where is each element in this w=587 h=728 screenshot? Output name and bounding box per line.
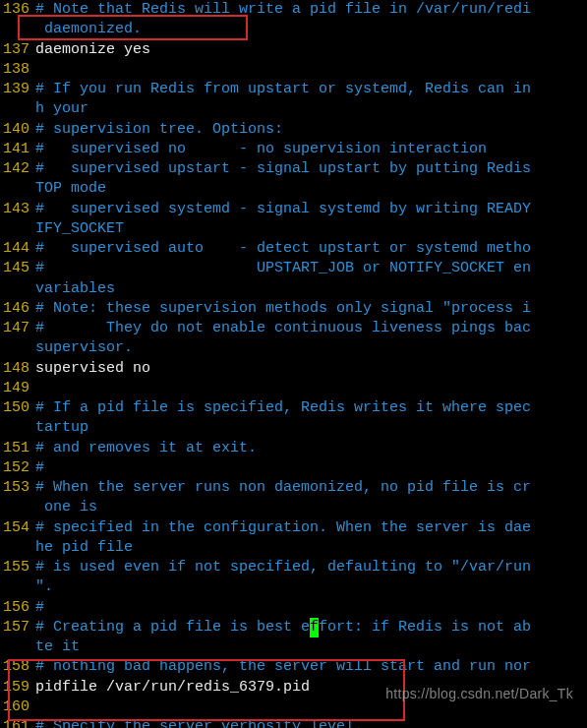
code-line[interactable]: tartup [0,418,587,438]
line-content[interactable]: # [35,458,587,478]
code-line[interactable]: TOP mode [0,179,587,199]
code-line[interactable]: 136# Note that Redis will write a pid fi… [0,0,587,20]
code-line[interactable]: 158# nothing bad happens, the server wil… [0,657,587,677]
code-line[interactable]: te it [0,637,587,657]
line-number [0,99,35,119]
line-number [0,219,35,239]
text-cursor: f [310,618,319,637]
code-line[interactable]: 138 [0,60,587,80]
line-number: 137 [0,40,35,60]
code-line[interactable]: 151# and removes it at exit. [0,439,587,458]
code-line[interactable]: 153# When the server runs non daemonized… [0,478,587,498]
line-content[interactable]: # supervised systemd - signal systemd by… [35,200,587,219]
line-content[interactable]: # is used even if not specified, default… [35,558,587,577]
code-line[interactable]: 146# Note: these supervision methods onl… [0,299,587,319]
code-line[interactable]: he pid file [0,538,587,558]
line-content[interactable]: # nothing bad happens, the server will s… [35,657,587,677]
line-content[interactable]: # If you run Redis from upstart or syste… [35,80,587,99]
line-number: 139 [0,80,35,99]
line-content[interactable]: # supervised auto - detect upstart or sy… [35,239,587,259]
line-number: 136 [0,0,35,20]
line-content[interactable]: h your [35,99,587,119]
line-number: 142 [0,159,35,179]
code-line[interactable]: 142# supervised upstart - signal upstart… [0,159,587,179]
line-number: 150 [0,398,35,418]
line-content[interactable]: # They do not enable continuous liveness… [35,319,587,338]
code-line[interactable]: 147# They do not enable continuous liven… [0,319,587,338]
line-content[interactable]: ". [35,577,587,597]
code-line[interactable]: 152# [0,458,587,478]
code-line[interactable]: ". [0,577,587,597]
line-content[interactable]: # supervised no - no supervision interac… [35,140,587,159]
line-content[interactable]: # Note: these supervision methods only s… [35,299,587,319]
line-content[interactable]: tartup [35,418,587,438]
code-line[interactable]: supervisor. [0,338,587,358]
line-content[interactable]: # If a pid file is specified, Redis writ… [35,398,587,418]
code-line[interactable]: 157# Creating a pid file is best effort:… [0,618,587,637]
line-number: 158 [0,657,35,677]
line-number: 152 [0,458,35,478]
line-content[interactable] [35,60,587,80]
line-number [0,279,35,299]
code-line[interactable]: variables [0,279,587,299]
line-number [0,498,35,517]
code-line[interactable]: 155# is used even if not specified, defa… [0,558,587,577]
code-line[interactable]: h your [0,99,587,119]
line-number: 153 [0,478,35,498]
line-content[interactable]: # supervision tree. Options: [35,120,587,140]
line-content[interactable]: # specified in the configuration. When t… [35,518,587,538]
code-line[interactable]: daemonized. [0,20,587,39]
code-line[interactable]: 137daemonize yes [0,40,587,60]
line-number [0,637,35,657]
line-content[interactable]: te it [35,637,587,657]
line-content[interactable]: # [35,598,587,618]
line-number [0,538,35,558]
code-line[interactable]: 150# If a pid file is specified, Redis w… [0,398,587,418]
code-line[interactable]: 143# supervised systemd - signal systemd… [0,200,587,219]
line-number: 146 [0,299,35,319]
line-content[interactable]: one is [35,498,587,517]
line-number: 159 [0,678,35,698]
line-number [0,418,35,438]
code-line[interactable]: 145# UPSTART_JOB or NOTIFY_SOCKET en [0,259,587,278]
line-number [0,20,35,39]
line-number: 141 [0,140,35,159]
line-number [0,338,35,358]
line-number: 145 [0,259,35,278]
line-content[interactable]: # Note that Redis will write a pid file … [35,0,587,20]
line-content[interactable]: TOP mode [35,179,587,199]
line-number: 138 [0,60,35,80]
line-content[interactable]: # Specify the server verbosity level. [35,717,587,728]
line-number: 144 [0,239,35,259]
line-content[interactable]: # Creating a pid file is best effort: if… [35,618,587,637]
line-number: 140 [0,120,35,140]
code-editor[interactable]: 136# Note that Redis will write a pid fi… [0,0,587,728]
code-line[interactable]: 140# supervision tree. Options: [0,120,587,140]
watermark-text: https://blog.csdn.net/Dark_Tk [385,685,573,703]
line-content[interactable] [35,379,587,398]
line-content[interactable]: daemonized. [35,20,587,39]
line-content[interactable]: # UPSTART_JOB or NOTIFY_SOCKET en [35,259,587,278]
code-line[interactable]: 156# [0,598,587,618]
line-content[interactable]: IFY_SOCKET [35,219,587,239]
code-line[interactable]: 148supervised no [0,359,587,379]
line-content[interactable]: variables [35,279,587,299]
code-line[interactable]: 141# supervised no - no supervision inte… [0,140,587,159]
code-line[interactable]: 154# specified in the configuration. Whe… [0,518,587,538]
code-line[interactable]: 144# supervised auto - detect upstart or… [0,239,587,259]
code-line[interactable]: one is [0,498,587,517]
line-number: 161 [0,717,35,728]
code-line[interactable]: 139# If you run Redis from upstart or sy… [0,80,587,99]
line-number: 147 [0,319,35,338]
line-content[interactable]: # supervised upstart - signal upstart by… [35,159,587,179]
code-line[interactable]: 161# Specify the server verbosity level. [0,717,587,728]
line-content[interactable]: he pid file [35,538,587,558]
line-content[interactable]: supervisor. [35,338,587,358]
line-content[interactable]: daemonize yes [35,40,587,60]
code-line[interactable]: IFY_SOCKET [0,219,587,239]
line-number [0,577,35,597]
line-content[interactable]: # and removes it at exit. [35,439,587,458]
code-line[interactable]: 149 [0,379,587,398]
line-content[interactable]: supervised no [35,359,587,379]
line-content[interactable]: # When the server runs non daemonized, n… [35,478,587,498]
